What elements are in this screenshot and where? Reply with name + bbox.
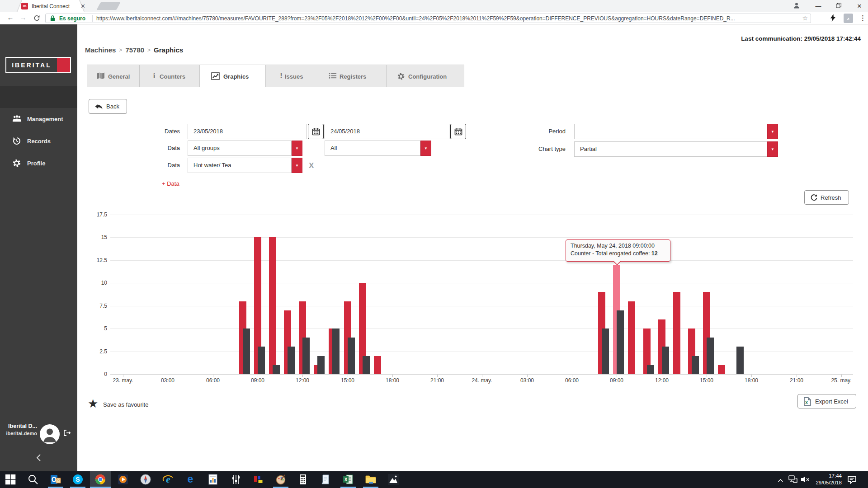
gridline <box>110 306 853 306</box>
gridline <box>110 328 853 329</box>
x-axis-tick-label: 09:00 <box>239 377 277 384</box>
bar-chart: 02.557.51012.51517.523. may.03:0006:0009… <box>0 0 868 488</box>
chart-bar[interactable] <box>662 347 669 374</box>
y-axis-tick-label: 15 <box>85 234 107 240</box>
taskbar-clock[interactable]: 17:44 29/05/2018 <box>813 473 842 486</box>
tab-label: Graphics <box>223 73 249 80</box>
svg-text:x: x <box>805 400 808 405</box>
taskbar-start-icon[interactable] <box>0 471 21 488</box>
x-axis-tick-label: 21:00 <box>418 377 456 384</box>
volume-muted-icon[interactable] <box>800 476 810 488</box>
export-excel-label: Export Excel <box>815 398 848 405</box>
x-axis-tick-label: 03:00 <box>508 377 546 384</box>
taskbar-file-explorer-icon[interactable] <box>360 471 381 488</box>
x-axis-tick-label: 18:00 <box>732 377 770 384</box>
chart-bar[interactable] <box>269 237 276 374</box>
y-axis-tick-label: 5 <box>85 325 107 332</box>
taskbar: SeeX 17:44 29/05/2018 <box>0 471 868 488</box>
tray-time: 17:44 <box>813 473 842 479</box>
taskbar-edge-icon[interactable]: e <box>180 471 201 488</box>
tray-date: 29/05/2018 <box>813 479 842 486</box>
x-axis-tick-label: 21:00 <box>778 377 816 384</box>
chart-bar[interactable] <box>243 328 250 374</box>
svg-text:S: S <box>75 476 80 483</box>
tooltip-pointer <box>613 261 621 265</box>
chart-bar[interactable] <box>718 365 725 374</box>
chart-bar[interactable] <box>332 328 340 374</box>
chart-bar[interactable] <box>692 356 699 374</box>
chart-bar[interactable] <box>302 338 310 374</box>
x-axis-tick-label: 23. may. <box>104 377 142 384</box>
x-axis-tick-label: 25. may. <box>822 377 860 384</box>
action-center-icon[interactable] <box>847 475 857 488</box>
gridline <box>110 260 853 261</box>
taskbar-excel-icon[interactable]: X <box>338 471 359 488</box>
y-axis-tick-label: 7.5 <box>85 303 107 309</box>
x-axis-tick-label: 03:00 <box>149 377 187 384</box>
gridline <box>110 283 853 283</box>
x-axis-tick-label: 18:00 <box>373 377 411 384</box>
line-chart-icon <box>211 72 220 80</box>
chart-bar[interactable] <box>628 301 635 374</box>
chart-bar[interactable] <box>288 347 295 374</box>
x-axis-tick-label: 24. may. <box>463 377 501 384</box>
chart-bar[interactable] <box>317 356 325 374</box>
taskbar-audio-mixer-icon[interactable] <box>225 471 246 488</box>
taskbar-search-icon[interactable] <box>23 471 43 488</box>
x-axis-tick-label: 06:00 <box>194 377 232 384</box>
y-axis-tick-label: 2.5 <box>85 348 107 355</box>
chart-bar[interactable] <box>673 292 680 374</box>
save-favourite-link[interactable]: Save as favourite <box>103 401 148 408</box>
taskbar-notepad-icon[interactable] <box>315 471 336 488</box>
x-axis-tick-label: 12:00 <box>283 377 321 384</box>
chart-bar[interactable] <box>374 356 381 374</box>
taskbar-compass-icon[interactable] <box>135 471 156 488</box>
y-axis-tick-label: 0 <box>85 371 107 377</box>
star-icon[interactable]: ★ <box>88 397 98 411</box>
chart-bar[interactable] <box>602 328 609 374</box>
x-axis-tick-label: 15:00 <box>329 377 367 384</box>
taskbar-skype-icon[interactable]: S <box>67 471 88 488</box>
svg-text:e: e <box>188 474 193 485</box>
taskbar-outlook-icon[interactable] <box>45 471 66 488</box>
taskbar-report-icon[interactable] <box>203 471 223 488</box>
taskbar-colors-icon[interactable] <box>248 471 269 488</box>
tab-graphics[interactable]: Graphics <box>199 65 266 87</box>
chart-tooltip: Thursday, May 24, 2018 09:00:00 Counter … <box>566 239 670 262</box>
screen: IB Iberital Connect ✕ — ✕ ← → Es seguro … <box>0 0 868 488</box>
svg-text:e: e <box>166 474 170 485</box>
taskbar-chrome-icon[interactable] <box>90 471 111 488</box>
y-axis-tick-label: 17.5 <box>85 211 107 218</box>
network-icon[interactable] <box>788 475 797 488</box>
taskbar-photos-icon[interactable] <box>383 471 404 488</box>
x-axis-tick-label: 15:00 <box>688 377 726 384</box>
y-axis-tick-label: 10 <box>85 280 107 286</box>
x-axis-tick-label: 09:00 <box>598 377 636 384</box>
tray-expand-icon[interactable] <box>777 476 784 488</box>
y-axis-tick-label: 12.5 <box>85 257 107 263</box>
excel-file-icon: x <box>804 397 811 407</box>
chart-bar[interactable] <box>647 365 654 374</box>
taskbar-paint-icon[interactable] <box>270 471 291 488</box>
taskbar-internet-explorer-icon[interactable]: e <box>158 471 179 488</box>
chart-bar[interactable] <box>363 356 370 374</box>
chart-bar[interactable] <box>348 338 355 374</box>
x-axis-tick-label: 06:00 <box>553 377 591 384</box>
taskbar-media-player-icon[interactable] <box>113 471 133 488</box>
gridline <box>110 237 853 238</box>
chart-bar[interactable] <box>617 310 624 374</box>
taskbar-icons: SeeX <box>0 471 769 488</box>
tooltip-value: 12 <box>651 250 658 257</box>
tooltip-series-label: Counter - Total erogated coffee: <box>571 250 651 257</box>
chart-bar[interactable] <box>258 347 265 374</box>
chart-bar[interactable] <box>707 338 714 374</box>
gridline <box>110 215 853 215</box>
tooltip-title: Thursday, May 24, 2018 09:00:00 <box>571 243 665 249</box>
svg-text:X: X <box>344 477 348 482</box>
taskbar-calculator-icon[interactable] <box>292 471 313 488</box>
export-excel-button[interactable]: x Export Excel <box>797 394 856 408</box>
chart-bar[interactable] <box>273 365 280 374</box>
x-axis-tick-label: 12:00 <box>643 377 681 384</box>
chart-bar[interactable] <box>736 347 744 374</box>
